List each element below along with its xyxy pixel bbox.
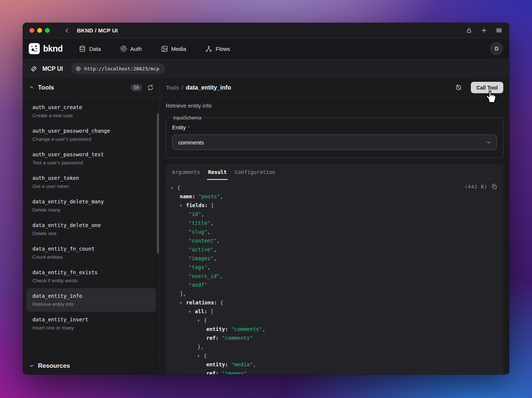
json-line: "tags",: [171, 263, 498, 272]
menu-button[interactable]: [496, 27, 503, 34]
plus-icon: [480, 27, 487, 34]
refresh-tools-button[interactable]: [147, 84, 154, 91]
collapse-toggle-icon[interactable]: ▼: [180, 298, 186, 307]
json-line: },: [171, 342, 498, 351]
mcp-icon: [30, 65, 37, 72]
json-line: "slug",: [171, 227, 498, 236]
minimize-button[interactable]: [37, 28, 42, 33]
json-result-viewer: (442 B) ▼{name: "posts",▼fields: ["id","…: [166, 180, 503, 374]
bknd-logo-icon: [29, 43, 40, 54]
mcp-url: http://localhost:28623/mcp: [84, 66, 160, 71]
close-button[interactable]: [29, 28, 34, 33]
tab-configuration[interactable]: Configuration: [231, 164, 279, 179]
tool-description: Delete many: [32, 207, 150, 213]
tool-name: auth_user_password_test: [32, 151, 150, 157]
breadcrumb-current: data_entity_info: [186, 84, 231, 91]
input-schema-legend: InputSchema: [171, 115, 203, 121]
tool-item-data_entity_delete_one[interactable]: data_entity_delete_one Delete one: [27, 217, 156, 241]
tools-section-header[interactable]: Tools 50: [23, 78, 160, 97]
globe-icon: [76, 66, 81, 71]
window-title: BKND / MCP UI: [77, 27, 118, 34]
tools-header-label: Tools: [38, 84, 54, 91]
tool-item-auth_user_create[interactable]: auth_user_create Create a new user: [27, 100, 156, 123]
tool-item-data_entity_insert[interactable]: data_entity_insert Insert one or many: [27, 312, 156, 335]
json-line: ▼fields: [: [171, 201, 498, 210]
sidebar-scrollbar[interactable]: [157, 114, 159, 254]
entity-field-label: Entity*: [172, 124, 497, 130]
json-line: ▼all: [: [171, 307, 498, 316]
tools-sidebar: Tools 50 auth_user_create Create a new u…: [23, 78, 160, 374]
tools-count-badge: 50: [130, 84, 142, 91]
tool-detail-header: Tools / data_entity_info Call Tool: [160, 78, 509, 97]
nav-item-flows[interactable]: Flows: [205, 45, 230, 52]
tool-description: Check if entity exists: [32, 278, 150, 283]
database-icon: [79, 45, 86, 52]
tool-item-auth_user_token[interactable]: auth_user_token Get a user token: [27, 170, 156, 194]
brand-name: bknd: [43, 44, 63, 54]
tab-arguments[interactable]: Arguments: [168, 164, 204, 179]
entity-select-value: comments: [178, 139, 204, 146]
copy-icon: [491, 184, 497, 190]
tool-item-data_entity_fn_exists[interactable]: data_entity_fn_exists Check if entity ex…: [27, 265, 156, 288]
new-tab-button[interactable]: [480, 27, 487, 34]
collapse-toggle-icon[interactable]: ▼: [197, 352, 204, 360]
zoom-button[interactable]: [45, 28, 50, 33]
nav-item-label: Data: [89, 46, 101, 52]
result-panel: ArgumentsResultConfiguration (442 B) ▼{n…: [166, 164, 503, 374]
mcp-url-pill[interactable]: http://localhost:28623/mcp: [71, 63, 165, 74]
refresh-off-icon[interactable]: [455, 84, 462, 91]
call-tool-button[interactable]: Call Tool: [471, 82, 503, 93]
tool-description: Change a user's password: [32, 136, 150, 142]
tool-item-data_entity_delete_many[interactable]: data_entity_delete_many Delete many: [27, 194, 156, 217]
tool-item-auth_user_password_test[interactable]: auth_user_password_test Test a user's pa…: [27, 147, 156, 170]
entity-select[interactable]: comments: [172, 135, 497, 150]
mcp-bar: MCP UI http://localhost:28623/mcp: [23, 59, 509, 78]
bknd-logo[interactable]: bknd: [29, 43, 63, 54]
collapse-toggle-icon[interactable]: ▼: [180, 201, 186, 210]
tool-description: Test a user's password: [32, 160, 150, 165]
breadcrumb-parent[interactable]: Tools: [166, 84, 179, 91]
tool-detail-panel: Tools / data_entity_info Call Tool Retri…: [160, 78, 509, 374]
json-line: "title",: [171, 219, 498, 227]
tool-description: Retrieve entity info: [32, 301, 150, 307]
refresh-icon: [147, 84, 154, 91]
image-icon: [161, 45, 168, 52]
json-line: ▼{: [171, 316, 498, 325]
tab-result[interactable]: Result: [204, 164, 231, 179]
collapse-toggle-icon[interactable]: ▼: [197, 316, 204, 325]
chevron-up-icon: [29, 85, 34, 90]
workflow-icon: [205, 45, 212, 52]
chevron-down-icon: [29, 363, 34, 369]
nav-item-media[interactable]: Media: [161, 45, 186, 52]
json-line: entity: "media",: [171, 360, 498, 369]
json-line: "asdf": [171, 280, 498, 289]
tool-description: Get a user token: [32, 184, 150, 189]
lock-open-icon[interactable]: [466, 27, 472, 34]
json-line: "active",: [171, 245, 498, 254]
tool-item-data_entity_info[interactable]: data_entity_info Retrieve entity info: [27, 288, 156, 312]
required-marker: *: [188, 125, 190, 130]
collapse-toggle-icon[interactable]: ▼: [189, 307, 195, 316]
user-avatar[interactable]: D: [490, 42, 503, 55]
tool-item-data_entity_fn_count[interactable]: data_entity_fn_count Count entities: [27, 241, 156, 265]
collapse-toggle-icon[interactable]: ▼: [171, 184, 177, 192]
tool-item-auth_user_password_change[interactable]: auth_user_password_change Change a user'…: [27, 123, 156, 147]
tab-row: ArgumentsResultConfiguration: [166, 164, 503, 180]
json-line: ref: "images": [171, 369, 498, 374]
mcp-page-title: MCP UI: [42, 66, 63, 72]
json-line: name: "posts",: [171, 192, 498, 201]
tool-name: data_entity_insert: [32, 317, 150, 322]
nav-item-data[interactable]: Data: [79, 45, 101, 52]
nav-item-label: Media: [171, 46, 186, 52]
tool-description: Create a new user: [32, 113, 150, 118]
chevron-down-icon: [486, 140, 491, 145]
back-button[interactable]: [64, 27, 70, 34]
copy-button[interactable]: [491, 184, 497, 190]
nav-item-label: Flows: [216, 46, 230, 52]
resources-section-header[interactable]: Resources: [23, 357, 160, 374]
breadcrumb-separator: /: [182, 84, 183, 91]
json-line: ▼relations: {: [171, 298, 498, 307]
json-line: "content",: [171, 236, 498, 245]
nav-item-auth[interactable]: Auth: [120, 45, 142, 52]
tool-name: auth_user_password_change: [32, 128, 150, 134]
